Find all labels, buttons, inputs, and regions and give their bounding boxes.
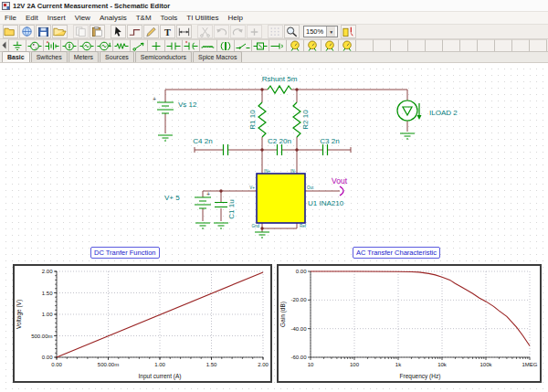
resistor-r1[interactable]: R1 10 [248,102,266,137]
svg-text:0.00: 0.00 [42,355,53,360]
inductor-icon[interactable] [200,39,217,51]
plot-curve [57,272,263,357]
menu-help[interactable]: Help [223,14,247,22]
multimeter-icon[interactable] [321,39,339,51]
tab-meters[interactable]: Meters [68,51,99,62]
vs-label: Vs 12 [178,101,197,109]
capacitor-icon[interactable] [165,39,183,51]
probe-button[interactable] [341,25,356,38]
capacitor-c4[interactable]: C4 2n [193,137,227,155]
r2-label: R2 10 [301,110,310,130]
jumper-icon[interactable] [148,39,165,51]
schematic-canvas[interactable]: + Vs 12 Rshunt 5m R1 10 R2 10 C4 2n [0,63,548,392]
voltage-pin-icon[interactable] [131,39,148,51]
tab-semiconductors[interactable]: Semiconductors [135,51,192,62]
svg-text:1.50: 1.50 [206,362,217,367]
transformer-icon[interactable] [217,39,235,51]
ic-pin-ref: Ref [300,224,307,228]
dc-transfer-plot[interactable]: 0.00500.00m1.001.502.000.00500.00m1.001.… [13,264,272,383]
current-generator-icon[interactable] [96,39,113,51]
current-source-icon[interactable] [61,39,79,51]
vout-terminal[interactable]: Vout [332,176,348,196]
svg-text:1.50: 1.50 [42,291,53,296]
open-button[interactable] [3,25,18,38]
globe-button[interactable] [19,25,35,38]
ic-pin-inn: IN- [290,169,297,174]
menu-ti-utilities[interactable]: TI Utilities [182,14,223,22]
capacitor-c3[interactable]: C3 2n [320,137,339,155]
output-terminal-icon[interactable] [269,39,287,51]
ic-pin-out: Out [307,185,314,190]
battery-icon[interactable] [44,39,61,51]
battery-vs[interactable]: + Vs 12 [153,96,197,113]
ammeter-glyph [305,40,320,52]
capacitor-c2[interactable]: C2 20n [268,137,291,155]
text-button[interactable]: T [160,25,175,38]
rshunt-label: Rshunt 5m [262,75,298,83]
capacitor-c1[interactable]: C1 1u [215,199,236,218]
dropdown-arrow-icon[interactable]: ▼ [326,26,335,37]
menu-edit[interactable]: Edit [21,14,43,22]
battery-vplus[interactable]: + V+ 5 [164,191,211,208]
menu-bar: FileEditInsertViewAnalysisT&MToolsTI Uti… [0,12,548,24]
resistor-r2[interactable]: R2 10 [293,102,310,137]
svg-text:0.00: 0.00 [51,362,62,367]
ammeter-icon[interactable] [304,39,321,51]
folder-open-button[interactable] [52,25,68,38]
ac-transfer-plot[interactable]: 101001k10k100k1MEG0.00-20.00-40.00-60.00… [277,264,542,383]
svg-text:T: T [164,27,171,37]
palette-scroll-left-button[interactable] [0,39,9,51]
resistor-icon[interactable] [113,39,131,51]
voltmeter-icon[interactable] [287,39,304,51]
menu-t-m[interactable]: T&M [132,14,156,22]
plot-curve [311,271,530,346]
menu-insert[interactable]: Insert [43,14,70,22]
relay-icon[interactable] [252,39,269,51]
voltage-source-icon[interactable] [26,39,44,51]
tab-switches[interactable]: Switches [31,51,68,62]
svg-text:2.00: 2.00 [258,362,269,367]
wire-button[interactable] [127,25,142,38]
dimension-button[interactable] [176,25,192,38]
svg-text:1MEG: 1MEG [522,362,537,367]
ac-plot-title[interactable]: AC Transfer Characteristic [353,247,440,259]
tab-basic[interactable]: Basic [2,51,30,62]
resistor-rshunt[interactable]: Rshunt 5m [262,75,298,93]
voltmeter-glyph [288,40,302,52]
current-source-iload[interactable]: ILOAD 2 [397,101,458,121]
pen-button[interactable] [143,25,159,38]
ic-ina210[interactable]: IN+ IN- V+ Out Gnd Ref U1 INA210 [249,169,343,229]
electrolytic-capacitor-icon[interactable] [183,39,200,51]
menu-view[interactable]: View [70,14,95,22]
menu-analysis[interactable]: Analysis [95,14,132,22]
inductor-glyph [201,40,216,52]
zoom-glyph [285,26,299,37]
voltage-generator-icon[interactable] [79,39,96,51]
copy-button [73,25,89,38]
cursor-button[interactable] [111,25,126,38]
menu-tools[interactable]: Tools [156,14,183,22]
menu-file[interactable]: File [0,14,21,22]
paste-button[interactable] [90,25,105,38]
palette-empty-cell [530,39,547,51]
current-generator-glyph [97,40,111,52]
save-button[interactable] [36,25,51,38]
undo-button [214,25,229,38]
dc-plot-title[interactable]: DC Tranfer Function [90,247,160,259]
save-glyph [37,26,50,37]
zoom-button[interactable] [284,25,300,38]
multimeter-glyph [322,40,337,52]
ground-icon[interactable] [9,39,26,51]
svg-text:100: 100 [350,362,360,367]
zoom-level-select[interactable]: 150%▼ [303,26,338,37]
current-source-glyph [62,40,77,52]
tab-sources[interactable]: Sources [100,51,134,62]
cursor-glyph [111,26,125,37]
voltage-source-glyph [27,40,42,52]
svg-text:-40.00: -40.00 [290,326,307,332]
transformer-glyph [218,40,233,52]
switch-icon[interactable] [235,39,252,51]
palette-empty-cell [478,39,495,51]
oscilloscope-icon[interactable] [339,39,356,51]
tab-spice-macros[interactable]: Spice Macros [193,51,242,62]
